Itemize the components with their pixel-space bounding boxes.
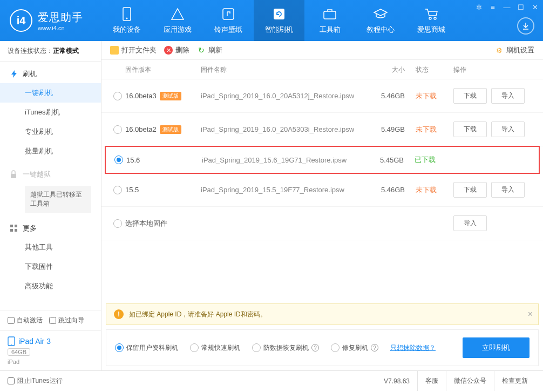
sidebar-section-jailbreak: 一键越狱 — [0, 165, 101, 184]
tab-apps[interactable]: 应用游戏 — [152, 0, 203, 41]
option-repair[interactable]: 修复刷机? — [331, 343, 378, 353]
app-url: www.i4.cn — [38, 25, 83, 31]
version-text: 16.0beta2 — [125, 125, 157, 133]
firmware-size: 5.45GB — [371, 156, 415, 164]
sidebar-item-oneclick[interactable]: 一键刷机 — [0, 83, 101, 103]
block-itunes-checkbox[interactable]: 阻止iTunes运行 — [8, 376, 63, 386]
option-normal[interactable]: 常规快速刷机 — [190, 343, 240, 353]
main-content: 打开文件夹 ✕删除 ↻刷新 ⚙刷机设置 固件版本 固件名称 大小 状态 操作 1… — [101, 41, 543, 370]
device-info[interactable]: iPad Air 3 64GB iPad — [0, 330, 101, 370]
flash-now-button[interactable]: 立即刷机 — [463, 337, 530, 358]
titlebar: i4 爱思助手 www.i4.cn 我的设备 应用游戏 铃声壁纸 智能刷机 工具… — [0, 0, 543, 41]
footer: 阻止iTunes运行 V7.98.63 客服 微信公众号 检查更新 — [0, 370, 543, 391]
sidebar-item-pro[interactable]: 专业刷机 — [0, 122, 101, 141]
close-icon[interactable]: ✕ — [530, 2, 540, 12]
firmware-row[interactable]: 16.0beta3测试版 iPad_Spring_2019_16.0_20A53… — [101, 79, 543, 113]
tab-tools[interactable]: 工具箱 — [304, 0, 355, 41]
graduation-icon — [373, 6, 388, 22]
radio-icon[interactable] — [113, 219, 122, 228]
erase-data-link[interactable]: 只想抹除数据？ — [390, 343, 436, 353]
sidebar-section-more[interactable]: 更多 — [0, 219, 101, 238]
import-button[interactable]: 导入 — [491, 182, 525, 198]
app-name: 爱思助手 — [38, 10, 83, 25]
help-icon[interactable]: ? — [371, 344, 378, 352]
firmware-status: 未下载 — [416, 125, 453, 134]
menu-icon[interactable]: ≡ — [488, 2, 498, 12]
auto-activate-checkbox[interactable]: 自动激活 — [8, 316, 43, 325]
firmware-row[interactable]: 15.6 iPad_Spring_2019_15.6_19G71_Restore… — [105, 146, 540, 174]
delete-button[interactable]: ✕删除 — [164, 45, 189, 55]
radio-icon[interactable] — [113, 125, 122, 134]
import-button[interactable]: 导入 — [453, 215, 487, 231]
sidebar-item-download-fw[interactable]: 下载固件 — [0, 257, 101, 276]
svg-point-5 — [429, 17, 431, 19]
flash-settings-button[interactable]: ⚙刷机设置 — [495, 45, 534, 55]
lock-icon — [10, 170, 18, 179]
gear-icon: ⚙ — [495, 46, 504, 55]
flash-options: 保留用户资料刷机 常规快速刷机 防数据恢复刷机? 修复刷机? 只想抹除数据？ 立… — [106, 329, 539, 366]
refresh-button[interactable]: ↻刷新 — [197, 45, 222, 55]
tab-device[interactable]: 我的设备 — [101, 0, 152, 41]
radio-icon[interactable] — [113, 92, 122, 100]
firmware-name: iPad_Spring_2019_16.0_20A5312j_Restore.i… — [201, 92, 372, 100]
header-name: 固件名称 — [201, 65, 372, 75]
svg-point-6 — [434, 17, 436, 19]
tab-tutorials[interactable]: 教程中心 — [355, 0, 406, 41]
header-version: 固件版本 — [125, 65, 201, 75]
sidebar-item-advanced[interactable]: 高级功能 — [0, 276, 101, 296]
jailbreak-note: 越狱工具已转移至工具箱 — [25, 186, 91, 213]
skip-guide-checkbox[interactable]: 跳过向导 — [49, 316, 84, 325]
firmware-size: 5.49GB — [372, 125, 416, 133]
wechat-button[interactable]: 微信公众号 — [446, 371, 494, 391]
check-update-button[interactable]: 检查更新 — [494, 371, 535, 391]
connection-status: 设备连接状态：正常模式 — [0, 41, 101, 62]
tab-ringtones[interactable]: 铃声壁纸 — [203, 0, 254, 41]
phone-icon — [119, 6, 134, 22]
support-button[interactable]: 客服 — [417, 371, 446, 391]
radio-icon[interactable] — [114, 156, 123, 164]
maximize-icon[interactable]: ☐ — [516, 2, 526, 12]
sidebar-section-flash[interactable]: 刷机 — [0, 65, 101, 83]
import-button[interactable]: 导入 — [491, 88, 525, 104]
sidebar-item-other-tools[interactable]: 其他工具 — [0, 238, 101, 257]
alert-bar: ! 如已绑定 Apple ID，请准备好 Apple ID和密码。 × — [106, 303, 539, 325]
sidebar-item-itunes[interactable]: iTunes刷机 — [0, 103, 101, 122]
svg-rect-2 — [223, 9, 234, 19]
import-button[interactable]: 导入 — [491, 121, 525, 137]
download-button[interactable]: 下载 — [453, 88, 487, 104]
tab-flash[interactable]: 智能刷机 — [254, 0, 304, 41]
firmware-row[interactable]: 16.0beta2测试版 iPad_Spring_2019_16.0_20A53… — [101, 113, 543, 146]
settings-icon[interactable]: ✲ — [474, 2, 484, 12]
alert-close-icon[interactable]: × — [528, 309, 533, 319]
help-icon[interactable]: ? — [311, 344, 319, 352]
warning-icon: ! — [114, 309, 124, 319]
logo-area: i4 爱思助手 www.i4.cn — [0, 9, 101, 32]
option-keep-data[interactable]: 保留用户资料刷机 — [115, 343, 178, 353]
apps-icon — [170, 6, 185, 22]
local-firmware-label: 选择本地固件 — [125, 219, 453, 228]
table-header: 固件版本 固件名称 大小 状态 操作 — [101, 60, 543, 79]
tab-store[interactable]: 爱思商城 — [406, 0, 457, 41]
minimize-icon[interactable]: — — [502, 2, 512, 12]
download-manager-icon[interactable] — [517, 17, 534, 35]
local-firmware-row[interactable]: 选择本地固件 导入 — [101, 207, 543, 240]
radio-icon[interactable] — [113, 186, 122, 194]
svg-rect-9 — [15, 225, 17, 227]
beta-badge: 测试版 — [160, 125, 181, 134]
svg-point-1 — [126, 18, 128, 19]
sidebar-item-batch[interactable]: 批量刷机 — [0, 141, 101, 161]
beta-badge: 测试版 — [160, 92, 181, 100]
firmware-row[interactable]: 15.5 iPad_Spring_2019_15.5_19F77_Restore… — [101, 173, 543, 207]
version-text: 16.0beta3 — [125, 92, 157, 100]
toolbar: 打开文件夹 ✕删除 ↻刷新 ⚙刷机设置 — [101, 41, 543, 60]
firmware-size: 5.46GB — [372, 186, 416, 194]
flash-icon — [10, 70, 18, 78]
firmware-name: iPad_Spring_2019_15.6_19G71_Restore.ipsw — [202, 156, 371, 164]
download-button[interactable]: 下载 — [453, 121, 487, 137]
download-button[interactable]: 下载 — [453, 182, 487, 198]
firmware-list: 16.0beta3测试版 iPad_Spring_2019_16.0_20A53… — [101, 79, 543, 240]
tablet-icon — [8, 336, 15, 346]
firmware-name: iPad_Spring_2019_15.5_19F77_Restore.ipsw — [201, 186, 372, 194]
open-folder-button[interactable]: 打开文件夹 — [110, 45, 157, 55]
option-recovery[interactable]: 防数据恢复刷机? — [252, 343, 319, 353]
